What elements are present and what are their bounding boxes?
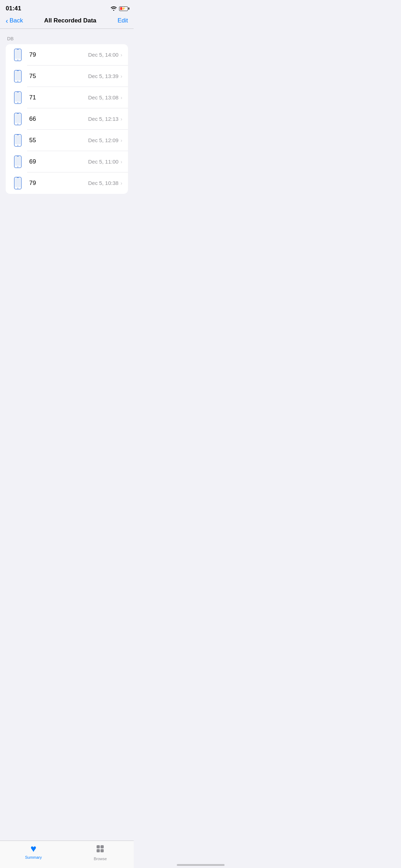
svg-point-11 (17, 102, 18, 103)
svg-rect-2 (17, 49, 19, 50)
wifi-icon (110, 6, 117, 12)
record-value: 66 (29, 115, 88, 123)
phone-device-icon (11, 70, 24, 83)
record-value: 75 (29, 73, 88, 80)
phone-device-icon (11, 177, 24, 190)
chevron-right-icon: › (120, 180, 122, 186)
section-label: DB (6, 36, 128, 41)
record-value: 79 (29, 180, 88, 187)
svg-rect-25 (15, 178, 21, 187)
svg-rect-13 (15, 114, 21, 123)
svg-point-27 (17, 187, 18, 188)
table-row[interactable]: 79 Dec 5, 14:00 › (6, 44, 128, 66)
table-row[interactable]: 69 Dec 5, 11:00 › (6, 151, 128, 172)
svg-rect-22 (17, 156, 19, 156)
record-value: 71 (29, 94, 88, 101)
record-value: 79 (29, 51, 88, 58)
record-date: Dec 5, 13:08 (88, 94, 118, 100)
chevron-right-icon: › (120, 159, 122, 165)
db-section: DB 79 Dec 5, 14:00 › (0, 29, 134, 194)
back-button[interactable]: ‹ Back (6, 17, 23, 24)
back-chevron-icon: ‹ (6, 17, 8, 24)
table-row[interactable]: 79 Dec 5, 10:38 › (6, 172, 128, 194)
svg-point-15 (17, 123, 18, 124)
svg-rect-18 (17, 134, 19, 135)
record-value: 69 (29, 158, 88, 165)
status-time: 01:41 (6, 5, 21, 12)
table-row[interactable]: 75 Dec 5, 13:39 › (6, 66, 128, 87)
records-list: 79 Dec 5, 14:00 › 75 Dec 5, 13:39 › (6, 44, 128, 194)
svg-rect-21 (15, 156, 21, 165)
table-row[interactable]: 55 Dec 5, 12:09 › (6, 130, 128, 151)
svg-point-19 (17, 145, 18, 146)
svg-rect-17 (15, 135, 21, 144)
table-row[interactable]: 71 Dec 5, 13:08 › (6, 87, 128, 108)
svg-rect-9 (15, 92, 21, 101)
svg-rect-14 (17, 113, 19, 114)
battery-icon: ⚡ (119, 6, 128, 11)
chevron-right-icon: › (120, 73, 122, 79)
svg-rect-6 (17, 70, 19, 71)
svg-point-7 (17, 81, 18, 82)
phone-device-icon (11, 48, 24, 61)
phone-device-icon (11, 113, 24, 125)
record-date: Dec 5, 13:39 (88, 73, 118, 79)
record-date: Dec 5, 14:00 (88, 52, 118, 58)
svg-rect-26 (17, 177, 19, 178)
svg-point-23 (17, 166, 18, 167)
table-row[interactable]: 66 Dec 5, 12:13 › (6, 108, 128, 130)
nav-bar: ‹ Back All Recorded Data Edit (0, 14, 134, 29)
svg-point-3 (17, 59, 18, 60)
chevron-right-icon: › (120, 52, 122, 58)
svg-rect-1 (15, 50, 21, 58)
chevron-right-icon: › (120, 116, 122, 122)
record-date: Dec 5, 11:00 (88, 159, 118, 165)
status-icons: ⚡ (110, 6, 128, 12)
chevron-right-icon: › (120, 95, 122, 100)
svg-rect-5 (15, 71, 21, 80)
phone-device-icon (11, 134, 24, 147)
back-label: Back (10, 17, 23, 24)
record-value: 55 (29, 137, 88, 144)
record-date: Dec 5, 12:09 (88, 137, 118, 143)
edit-button[interactable]: Edit (118, 17, 128, 24)
page-title: All Recorded Data (44, 17, 96, 24)
phone-device-icon (11, 155, 24, 168)
phone-device-icon (11, 91, 24, 104)
record-date: Dec 5, 10:38 (88, 180, 118, 186)
svg-rect-10 (17, 92, 19, 92)
status-bar: 01:41 ⚡ (0, 0, 134, 14)
chevron-right-icon: › (120, 138, 122, 143)
record-date: Dec 5, 12:13 (88, 116, 118, 122)
